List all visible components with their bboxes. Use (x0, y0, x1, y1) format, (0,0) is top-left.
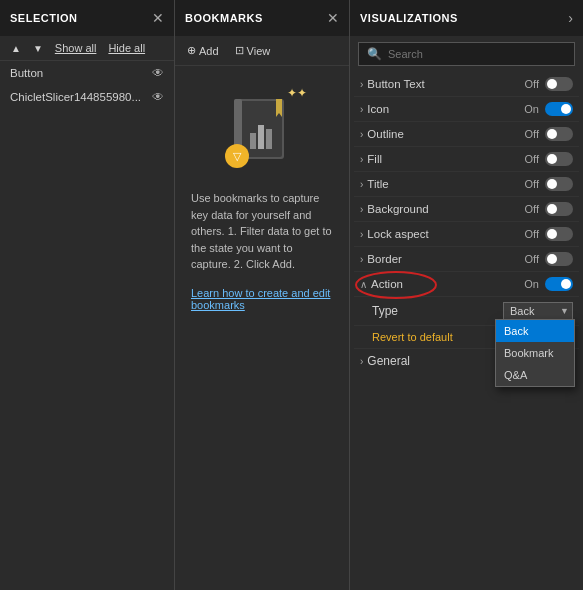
viz-status-lock-aspect: Off (525, 228, 539, 240)
chevron-general[interactable]: › (360, 356, 363, 367)
svg-rect-4 (258, 125, 264, 149)
dropdown-item-bookmark[interactable]: Bookmark (496, 342, 574, 364)
arrow-down-button[interactable]: ▼ (30, 41, 46, 56)
filter-badge: ▽ (225, 144, 249, 168)
viz-row-background: › Background Off (354, 197, 579, 222)
toggle-fill[interactable] (545, 152, 573, 166)
viz-row-outline: › Outline Off (354, 122, 579, 147)
bookmarks-panel: BOOKMARKS ✕ ⊕ Add ⊡ View (175, 0, 350, 590)
filter-icon: ▽ (233, 150, 241, 163)
viz-row-title: › Title Off (354, 172, 579, 197)
bookmarks-description: Use bookmarks to capture key data for yo… (191, 190, 333, 273)
view-bookmark-button[interactable]: ⊡ View (231, 42, 275, 59)
eye-icon-chiclet[interactable]: 👁 (152, 90, 164, 104)
bookmarks-content: ▽ ✦✦ Use bookmarks to capture key data f… (175, 66, 349, 331)
selection-toolbar: ▲ ▼ Show all Hide all (0, 36, 174, 61)
add-bookmark-button[interactable]: ⊕ Add (183, 42, 223, 59)
show-all-button[interactable]: Show all (52, 40, 100, 56)
search-icon: 🔍 (367, 47, 382, 61)
dropdown-item-back[interactable]: Back (496, 320, 574, 342)
bookmarks-header: BOOKMARKS ✕ (175, 0, 349, 36)
viz-label-type: Type (372, 304, 398, 318)
viz-status-icon: On (524, 103, 539, 115)
bookmarks-title: BOOKMARKS (185, 12, 263, 24)
hide-all-button[interactable]: Hide all (105, 40, 148, 56)
viz-status-action: On (524, 278, 539, 290)
svg-rect-3 (250, 133, 256, 149)
toggle-action[interactable] (545, 277, 573, 291)
selection-item-chiclet[interactable]: ChicletSlicer144855980... 👁 (0, 85, 174, 109)
viz-rows-list: › Button Text Off › Icon On › Outline (350, 72, 583, 590)
add-icon: ⊕ (187, 44, 196, 57)
viz-status-title: Off (525, 178, 539, 190)
eye-icon-button[interactable]: 👁 (152, 66, 164, 80)
revert-to-default-link[interactable]: Revert to default (372, 331, 453, 343)
selection-item-label: Button (10, 67, 43, 79)
viz-label-icon: Icon (367, 103, 389, 115)
viz-label-button-text: Button Text (367, 78, 424, 90)
svg-rect-5 (266, 129, 272, 149)
sparkles-icon: ✦✦ (287, 86, 307, 100)
learn-more-link[interactable]: Learn how to create and edit bookmarks (191, 287, 333, 311)
viz-label-outline: Outline (367, 128, 403, 140)
viz-status-fill: Off (525, 153, 539, 165)
toggle-outline[interactable] (545, 127, 573, 141)
dropdown-item-qa[interactable]: Q&A (496, 364, 574, 386)
selection-header: SELECTION ✕ (0, 0, 174, 36)
viz-row-fill: › Fill Off (354, 147, 579, 172)
viz-label-lock-aspect: Lock aspect (367, 228, 428, 240)
arrow-up-button[interactable]: ▲ (8, 41, 24, 56)
bookmarks-close-icon[interactable]: ✕ (327, 10, 339, 26)
viz-label-action: Action (371, 278, 403, 290)
viz-row-button-text: › Button Text Off (354, 72, 579, 97)
chevron-border[interactable]: › (360, 254, 363, 265)
selection-title: SELECTION (10, 12, 77, 24)
search-bar: 🔍 (358, 42, 575, 66)
chevron-action[interactable]: ∧ (360, 279, 367, 290)
chevron-title[interactable]: › (360, 179, 363, 190)
viz-expand-icon[interactable]: › (568, 10, 573, 26)
viz-row-lock-aspect: › Lock aspect Off (354, 222, 579, 247)
bookmark-illustration: ▽ ✦✦ (217, 86, 307, 176)
viz-row-icon: › Icon On (354, 97, 579, 122)
selection-panel: SELECTION ✕ ▲ ▼ Show all Hide all Button… (0, 0, 175, 590)
chevron-button-text[interactable]: › (360, 79, 363, 90)
view-icon: ⊡ (235, 44, 244, 57)
toggle-border[interactable] (545, 252, 573, 266)
selection-close-icon[interactable]: ✕ (152, 10, 164, 26)
selection-item-label: ChicletSlicer144855980... (10, 91, 141, 103)
viz-label-background: Background (367, 203, 428, 215)
visualizations-header: VISUALIZATIONS › (350, 0, 583, 36)
viz-status-outline: Off (525, 128, 539, 140)
add-label: Add (199, 45, 219, 57)
viz-row-action: ∧ Action On (354, 272, 579, 297)
toggle-icon[interactable] (545, 102, 573, 116)
viz-status-button-text: Off (525, 78, 539, 90)
viz-label-general: General (367, 354, 410, 368)
viz-label-title: Title (367, 178, 388, 190)
chevron-lock-aspect[interactable]: › (360, 229, 363, 240)
selection-items-list: Button 👁 ChicletSlicer144855980... 👁 (0, 61, 174, 590)
type-select[interactable]: Back Bookmark Q&A (503, 302, 573, 320)
view-label: View (247, 45, 271, 57)
chevron-icon[interactable]: › (360, 104, 363, 115)
visualizations-panel: VISUALIZATIONS › 🔍 › Button Text Off › I… (350, 0, 583, 590)
viz-label-fill: Fill (367, 153, 382, 165)
toggle-background[interactable] (545, 202, 573, 216)
chevron-background[interactable]: › (360, 204, 363, 215)
toggle-lock-aspect[interactable] (545, 227, 573, 241)
search-input[interactable] (388, 48, 566, 60)
toggle-button-text[interactable] (545, 77, 573, 91)
chevron-fill[interactable]: › (360, 154, 363, 165)
viz-row-border: › Border Off (354, 247, 579, 272)
type-dropdown-menu: Back Bookmark Q&A (495, 319, 575, 387)
toggle-title[interactable] (545, 177, 573, 191)
bookmarks-toolbar: ⊕ Add ⊡ View (175, 36, 349, 66)
type-select-container: Back Bookmark Q&A ▼ (503, 302, 573, 320)
selection-item-button[interactable]: Button 👁 (0, 61, 174, 85)
chevron-outline[interactable]: › (360, 129, 363, 140)
viz-row-type: Type Back Bookmark Q&A ▼ Back Bookmark Q… (354, 297, 579, 326)
viz-status-border: Off (525, 253, 539, 265)
viz-status-background: Off (525, 203, 539, 215)
viz-label-border: Border (367, 253, 402, 265)
